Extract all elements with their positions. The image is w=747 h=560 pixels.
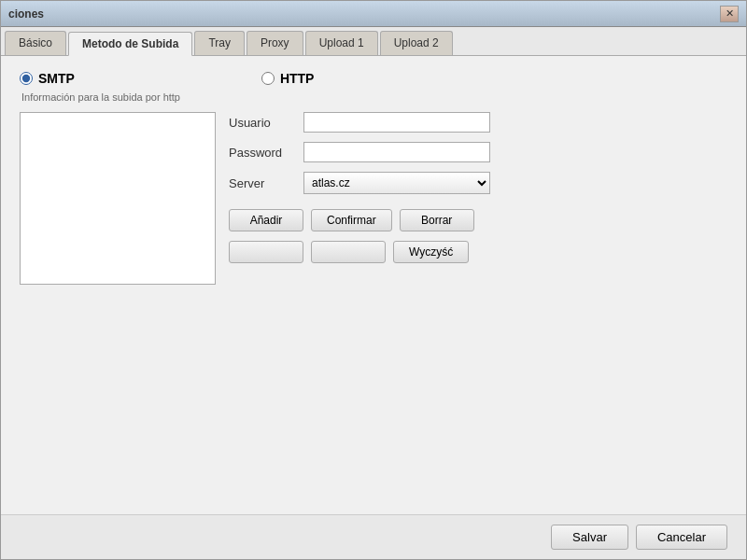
tab-upload1[interactable]: Upload 1: [305, 31, 378, 55]
tab-basico[interactable]: Básico: [5, 31, 66, 55]
tab-bar: Básico Metodo de Subida Tray Proxy Uploa…: [1, 27, 746, 56]
secondary-buttons: Wyczyść: [229, 241, 727, 263]
protocol-selector: SMTP HTTP: [20, 71, 727, 86]
accounts-list[interactable]: [20, 112, 216, 285]
tab-metodo-subida[interactable]: Metodo de Subida: [68, 32, 192, 56]
password-row: Password: [229, 142, 727, 162]
smtp-option[interactable]: SMTP: [20, 71, 75, 86]
main-window: ciones ✕ Básico Metodo de Subida Tray Pr…: [0, 0, 747, 560]
server-row: Server atlas.cz smtp.gmail.com smtp.yaho…: [229, 172, 727, 194]
usuario-input[interactable]: [303, 112, 490, 133]
cancelar-button[interactable]: Cancelar: [636, 525, 727, 550]
http-option[interactable]: HTTP: [261, 71, 315, 86]
usuario-label: Usuario: [229, 116, 303, 130]
action-buttons: Añadir Confirmar Borrar: [229, 209, 727, 231]
borrar-button[interactable]: Borrar: [400, 209, 474, 231]
smtp-label: SMTP: [38, 71, 75, 86]
secondary-btn-1[interactable]: [229, 241, 303, 263]
anadir-button[interactable]: Añadir: [229, 209, 303, 231]
salvar-button[interactable]: Salvar: [551, 525, 628, 550]
server-label: Server: [229, 176, 303, 190]
close-button[interactable]: ✕: [720, 6, 739, 22]
footer: Salvar Cancelar: [1, 514, 746, 559]
main-area: Usuario Password Server atlas.cz smtp.gm…: [20, 112, 727, 285]
confirmar-button[interactable]: Confirmar: [311, 209, 392, 231]
tab-upload2[interactable]: Upload 2: [380, 31, 453, 55]
tab-proxy[interactable]: Proxy: [247, 31, 303, 55]
password-input[interactable]: [303, 142, 490, 162]
wyczysc-button[interactable]: Wyczyść: [393, 241, 469, 263]
spacer: [1, 301, 746, 515]
usuario-row: Usuario: [229, 112, 727, 133]
window-title: ciones: [8, 7, 44, 21]
http-radio[interactable]: [261, 72, 275, 85]
http-label: HTTP: [280, 71, 315, 86]
title-bar: ciones ✕: [1, 1, 746, 27]
form-area: Usuario Password Server atlas.cz smtp.gm…: [229, 112, 727, 285]
tab-content: SMTP HTTP Información para la subida por…: [1, 56, 746, 301]
secondary-btn-2[interactable]: [311, 241, 386, 263]
smtp-radio[interactable]: [20, 72, 33, 85]
tab-tray[interactable]: Tray: [194, 31, 245, 55]
password-label: Password: [229, 146, 303, 160]
server-select[interactable]: atlas.cz smtp.gmail.com smtp.yahoo.com: [303, 172, 490, 194]
subtitle-text: Información para la subida por http: [21, 91, 727, 103]
